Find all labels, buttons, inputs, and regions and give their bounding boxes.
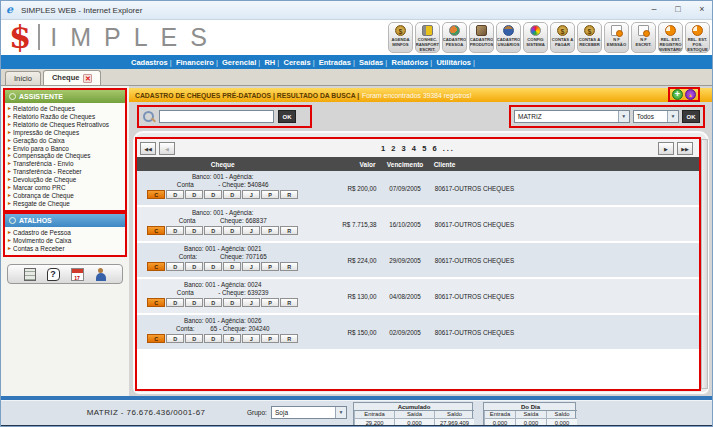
status-r-button[interactable]: R	[280, 226, 298, 235]
status-p-button[interactable]: P	[261, 226, 279, 235]
menu-gerencial[interactable]: Gerencial	[222, 58, 264, 67]
sidebar-item-transferencia-envio[interactable]: ▸Transferência - Envio	[8, 160, 125, 168]
sidebar-item-impressao-cheques[interactable]: ▸Impressão de Cheques	[8, 129, 125, 137]
status-d-button[interactable]: D	[185, 190, 203, 199]
search-input[interactable]	[159, 110, 274, 123]
status-d-button[interactable]: D	[204, 226, 222, 235]
status-c-button[interactable]: C	[147, 262, 165, 271]
page-numbers[interactable]: 1 2 3 4 5 6 ...	[137, 144, 699, 153]
toolbar-cadastro-usuarios-button[interactable]: CADASTRO USUÁRIOS	[496, 22, 521, 53]
status-d-button[interactable]: D	[166, 226, 184, 235]
toolbar-config-sistema-button[interactable]: CONFIG SISTEMA	[523, 22, 548, 53]
minimize-button[interactable]: –	[642, 1, 666, 19]
status-d-button[interactable]: D	[223, 262, 241, 271]
toolbar-cadastro-pessoa-button[interactable]: CADASTRO PESSOA	[442, 22, 467, 53]
toolbar-nf-escrit-button[interactable]: N F ESCRIT.	[631, 22, 656, 53]
status-d-button[interactable]: D	[185, 262, 203, 271]
menu-utilitarios[interactable]: Utilitários	[436, 58, 479, 67]
toolbar-contas-pagar-button[interactable]: $CONTAS A PAGAR	[550, 22, 575, 53]
toolbar-rel-pos-estoque-button[interactable]: REL. EST. POS. ESTOQUE	[685, 22, 710, 53]
status-d-button[interactable]: D	[166, 334, 184, 343]
status-j-button[interactable]: J	[242, 262, 260, 271]
toolbar-cadastro-produtos-button[interactable]: CADASTRO PRODUTOS	[469, 22, 494, 53]
status-d-button[interactable]: D	[223, 226, 241, 235]
status-d-button[interactable]: D	[185, 226, 203, 235]
status-d-button[interactable]: D	[204, 262, 222, 271]
help-icon[interactable]: ?	[47, 268, 60, 281]
status-c-button[interactable]: C	[147, 334, 165, 343]
branch-select[interactable]: MATRIZ ▼	[514, 110, 630, 123]
menu-entradas[interactable]: Entradas	[319, 58, 359, 67]
sidebar-item-resgate[interactable]: ▸Resgate de Cheque	[8, 200, 125, 208]
status-r-button[interactable]: R	[280, 262, 298, 271]
status-d-button[interactable]: D	[223, 298, 241, 307]
filter-ok-button[interactable]: OK	[682, 110, 700, 123]
status-d-button[interactable]: D	[204, 334, 222, 343]
toolbar-contas-receber-button[interactable]: $CONTAS A RECEBER	[577, 22, 602, 53]
status-r-button[interactable]: R	[280, 298, 298, 307]
toolbar-conhec-transporte-button[interactable]: CONHEC. TRANSPORTE ESCRIT.	[415, 22, 440, 53]
table-row[interactable]: Banco: 001 - Agência: 0026 Conta: 65 - C…	[137, 315, 699, 349]
status-d-button[interactable]: D	[223, 334, 241, 343]
status-p-button[interactable]: P	[261, 298, 279, 307]
sidebar-item-cadastro-pessoa[interactable]: ▸Cadastro de Pessoa	[8, 229, 125, 237]
status-d-button[interactable]: D	[223, 190, 241, 199]
status-d-button[interactable]: D	[166, 262, 184, 271]
status-j-button[interactable]: J	[242, 298, 260, 307]
menu-relatorios[interactable]: Relatórios	[391, 58, 436, 67]
status-c-button[interactable]: C	[147, 298, 165, 307]
status-c-button[interactable]: C	[147, 226, 165, 235]
toolbar-nf-emissao-button[interactable]: N F EMISSÃO	[604, 22, 629, 53]
status-d-button[interactable]: D	[166, 298, 184, 307]
sidebar-item-compensacao[interactable]: ▸Compensação de Cheques	[8, 152, 125, 160]
type-select[interactable]: Todos ▼	[633, 110, 679, 123]
status-d-button[interactable]: D	[185, 334, 203, 343]
table-row[interactable]: Banco: 001 - Agência: Conta - Cheque: 54…	[137, 171, 699, 205]
sidebar-item-relatorio-razao[interactable]: ▸Relatório Razão de Cheques	[8, 113, 125, 121]
menu-rh[interactable]: RH	[264, 58, 283, 67]
calculator-icon[interactable]	[24, 268, 36, 281]
maximize-button[interactable]: □	[666, 1, 690, 19]
sidebar-item-transferencia-receber[interactable]: ▸Transferência - Receber	[8, 168, 125, 176]
toolbar-rel-registro-inventario-button[interactable]: REL. EST. REGISTRO INVENTÁRIO	[658, 22, 683, 53]
status-p-button[interactable]: P	[261, 334, 279, 343]
close-button[interactable]: ×	[690, 1, 713, 19]
add-record-button[interactable]: +	[672, 89, 683, 100]
sidebar-item-devolucao[interactable]: ▸Devolução de Cheque	[8, 176, 125, 184]
collapse-up-button[interactable]: ▲	[685, 89, 696, 100]
search-ok-button[interactable]: OK	[278, 110, 296, 123]
tab-close-icon[interactable]: ✕	[83, 74, 92, 83]
status-d-button[interactable]: D	[204, 190, 222, 199]
status-p-button[interactable]: P	[261, 262, 279, 271]
menu-cadastros[interactable]: Cadastros	[131, 58, 176, 67]
status-d-button[interactable]: D	[166, 190, 184, 199]
sidebar-item-movimento-caixa[interactable]: ▸Movimento de Caixa	[8, 237, 125, 245]
toolbar-agenda-button[interactable]: $AGENDA MINFOS	[388, 22, 413, 53]
sidebar-item-cobranca[interactable]: ▸Cobrança de Cheque	[8, 192, 125, 200]
sidebar-item-relatorio-retroativos[interactable]: ▸Relatório de Cheques Retroativos	[8, 121, 125, 129]
table-row[interactable]: Banco: 001 - Agência: 0024 Conta - Chequ…	[137, 279, 699, 313]
grupo-select[interactable]: Soja ▼	[271, 406, 347, 419]
tab-cheque[interactable]: Cheque ✕	[43, 70, 102, 85]
sidebar-item-envio-banco[interactable]: ▸Envio para o Banco	[8, 145, 125, 153]
status-c-button[interactable]: C	[147, 190, 165, 199]
status-p-button[interactable]: P	[261, 190, 279, 199]
menu-financeiro[interactable]: Financeiro	[176, 58, 222, 67]
table-row[interactable]: Banco: 001 - Agência: Conta Cheque: 6688…	[137, 207, 699, 241]
status-j-button[interactable]: J	[242, 226, 260, 235]
menu-saidas[interactable]: Saídas	[359, 58, 391, 67]
status-r-button[interactable]: R	[280, 190, 298, 199]
menu-cereais[interactable]: Cereais	[283, 58, 318, 67]
status-j-button[interactable]: J	[242, 334, 260, 343]
status-d-button[interactable]: D	[185, 298, 203, 307]
sidebar-item-geracao-caixa[interactable]: ▸Geração do Caixa	[8, 137, 125, 145]
person-icon[interactable]	[95, 268, 107, 281]
vertical-scrollbar[interactable]	[701, 139, 708, 389]
calendar-icon[interactable]: 17	[71, 268, 84, 281]
tab-inicio[interactable]: Início	[5, 71, 41, 85]
sidebar-item-marcar-prc[interactable]: ▸Marcar como PRC	[8, 184, 125, 192]
table-row[interactable]: Banco: 001 - Agência: 0021 Conta: Cheque…	[137, 243, 699, 277]
status-r-button[interactable]: R	[280, 334, 298, 343]
status-d-button[interactable]: D	[204, 298, 222, 307]
sidebar-item-relatorio-cheques[interactable]: ▸Relatório de Cheques	[8, 105, 125, 113]
